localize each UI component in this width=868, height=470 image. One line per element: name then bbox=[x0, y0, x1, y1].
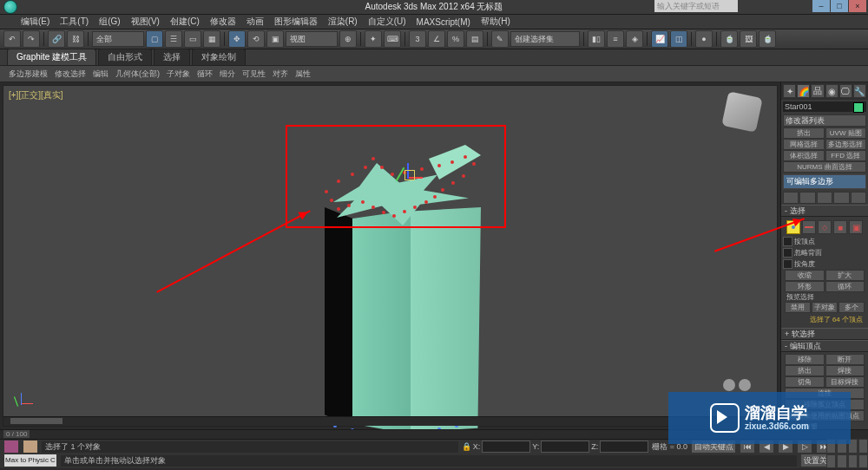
chamfer-button[interactable]: 切角 bbox=[785, 376, 825, 388]
extrude-button[interactable]: 挤出 bbox=[785, 365, 825, 376]
menu-group[interactable]: 组(G) bbox=[95, 16, 123, 28]
utilities-tab[interactable]: 🔧 bbox=[853, 84, 866, 98]
target-weld-button[interactable]: 目标焊接 bbox=[825, 376, 865, 388]
grid-lock-icon[interactable]: 🔒 bbox=[462, 442, 471, 451]
viewcube[interactable] bbox=[721, 91, 762, 132]
menu-edit[interactable]: 编辑(E) bbox=[17, 16, 53, 28]
render-frame-button[interactable]: 🖼 bbox=[740, 30, 757, 48]
quick-btn-7[interactable]: NURMS 曲面选择 bbox=[783, 161, 866, 173]
hierarchy-tab[interactable]: 品 bbox=[811, 84, 824, 98]
menu-create[interactable]: 创建(C) bbox=[167, 16, 203, 28]
menu-maxscript[interactable]: MAXScript(M) bbox=[413, 17, 474, 27]
display-tab[interactable]: 🖵 bbox=[839, 84, 852, 98]
by-angle-checkbox[interactable] bbox=[783, 259, 792, 269]
remove-button[interactable]: 移除 bbox=[785, 354, 825, 365]
align-button[interactable]: ≡ bbox=[607, 30, 624, 48]
move-button[interactable]: ✥ bbox=[228, 30, 246, 48]
ribbon-properties[interactable]: 属性 bbox=[293, 69, 312, 80]
grow-button[interactable]: 扩大 bbox=[825, 270, 865, 281]
menu-tools[interactable]: 工具(T) bbox=[56, 16, 92, 28]
modify-tab[interactable]: 🌈 bbox=[797, 84, 810, 98]
menu-graph-editors[interactable]: 图形编辑器 bbox=[271, 16, 321, 28]
keyboard-shortcut-button[interactable]: ⌨ bbox=[384, 30, 401, 48]
subobj-border[interactable]: ◇ bbox=[818, 220, 832, 234]
tab-object-paint[interactable]: 对象绘制 bbox=[192, 49, 246, 65]
y-coord-field[interactable] bbox=[541, 441, 589, 453]
maximize-viewport-button[interactable] bbox=[858, 454, 868, 469]
selection-filter-dropdown[interactable]: 全部 bbox=[92, 31, 144, 47]
orbit-button[interactable] bbox=[848, 454, 858, 469]
quick-btn-6[interactable]: FFD 选择 bbox=[825, 150, 867, 161]
rollout-edit-vertices[interactable]: - 编辑顶点 bbox=[781, 340, 868, 352]
ribbon-geometry[interactable]: 几何体(全部) bbox=[114, 69, 161, 80]
pin-stack-button[interactable] bbox=[783, 192, 799, 204]
preview-off-button[interactable]: 禁用 bbox=[785, 302, 811, 313]
menu-rendering[interactable]: 渲染(R) bbox=[325, 16, 361, 28]
schematic-view-button[interactable]: ◫ bbox=[670, 30, 687, 48]
loop-button[interactable]: 循环 bbox=[825, 281, 865, 292]
undo-button[interactable]: ↶ bbox=[3, 30, 21, 48]
z-coord-field[interactable] bbox=[600, 441, 648, 453]
zoom-extents-all-button[interactable] bbox=[858, 439, 868, 454]
tab-freeform[interactable]: 自由形式 bbox=[98, 49, 152, 65]
quick-btn-5[interactable]: 体积选择 bbox=[783, 150, 825, 161]
scale-button[interactable]: ▣ bbox=[266, 30, 284, 48]
timeline-mode[interactable] bbox=[23, 440, 38, 454]
preview-sub-button[interactable]: 子对象 bbox=[812, 302, 838, 313]
subobj-element[interactable]: ▣ bbox=[849, 220, 863, 234]
named-sel-dropdown[interactable]: 创建选择集 bbox=[510, 31, 580, 47]
rotate-button[interactable]: ⟲ bbox=[247, 30, 265, 48]
edit-named-sel-button[interactable]: ✎ bbox=[491, 30, 509, 48]
select-region-button[interactable]: ▭ bbox=[184, 30, 201, 48]
break-button[interactable]: 断开 bbox=[825, 354, 865, 365]
layer-button[interactable]: ◈ bbox=[626, 30, 643, 48]
redo-button[interactable]: ↷ bbox=[23, 30, 40, 48]
render-setup-button[interactable]: 🍵 bbox=[720, 30, 738, 48]
unlink-button[interactable]: ⛓ bbox=[67, 30, 84, 48]
ribbon-visibility[interactable]: 可见性 bbox=[240, 69, 267, 80]
link-button[interactable]: 🔗 bbox=[48, 30, 65, 48]
configure-sets-button[interactable] bbox=[851, 192, 866, 204]
stack-item-editpoly[interactable]: 可编辑多边形 bbox=[784, 175, 865, 188]
quick-btn-4[interactable]: 多边形选择 bbox=[825, 139, 867, 150]
ribbon-modify-sel[interactable]: 修改选择 bbox=[53, 69, 88, 80]
spinner-snap-button[interactable]: ▤ bbox=[466, 30, 483, 48]
help-search-input[interactable]: 输入关键字或短语 bbox=[654, 0, 738, 12]
ribbon-align[interactable]: 对齐 bbox=[271, 69, 290, 80]
ribbon-subobj[interactable]: 子对象 bbox=[165, 69, 192, 80]
use-pivot-button[interactable]: ⊕ bbox=[339, 30, 357, 48]
make-unique-button[interactable] bbox=[817, 192, 832, 204]
snap-toggle-button[interactable]: 3 bbox=[409, 30, 426, 48]
x-coord-field[interactable] bbox=[482, 441, 530, 453]
tab-selection[interactable]: 选择 bbox=[154, 49, 190, 65]
show-result-button[interactable] bbox=[799, 192, 815, 204]
quick-btn-3[interactable]: 网格选择 bbox=[783, 139, 825, 150]
viewport-label[interactable]: [+][正交][真实] bbox=[9, 89, 63, 101]
quick-btn-1[interactable]: 挤出 bbox=[783, 127, 825, 139]
modifier-list-dropdown[interactable]: 修改器列表 bbox=[783, 114, 866, 127]
render-button[interactable]: 🍵 bbox=[759, 30, 776, 48]
pan-button[interactable] bbox=[837, 454, 846, 469]
minimize-button[interactable]: – bbox=[812, 0, 830, 12]
rollout-soft-selection[interactable]: + 软选择 bbox=[781, 328, 868, 340]
select-by-name-button[interactable]: ☰ bbox=[165, 30, 182, 48]
manipulate-button[interactable]: ✦ bbox=[365, 30, 382, 48]
remove-mod-button[interactable] bbox=[833, 192, 849, 204]
ring-button[interactable]: 环形 bbox=[785, 281, 825, 292]
viewport-scrollbar[interactable] bbox=[3, 416, 777, 426]
motion-tab[interactable]: ◉ bbox=[825, 84, 838, 98]
viewport[interactable]: [+][正交][真实] bbox=[3, 85, 778, 427]
object-color-swatch[interactable] bbox=[853, 102, 864, 113]
menu-animation[interactable]: 动画 bbox=[243, 16, 267, 28]
modifier-stack[interactable]: 可编辑多边形 bbox=[783, 174, 866, 189]
ignore-backfacing-checkbox[interactable] bbox=[783, 248, 792, 258]
create-tab[interactable]: ✦ bbox=[783, 84, 796, 98]
angle-snap-button[interactable]: ∠ bbox=[428, 30, 445, 48]
shrink-button[interactable]: 收缩 bbox=[785, 270, 825, 281]
steering-wheels[interactable] bbox=[723, 379, 751, 391]
window-crossing-button[interactable]: ▦ bbox=[203, 30, 220, 48]
tab-graphite-modeling[interactable]: Graphite 建模工具 bbox=[7, 49, 96, 65]
by-vertex-checkbox[interactable] bbox=[783, 237, 792, 246]
ribbon-poly-modeling[interactable]: 多边形建模 bbox=[7, 69, 49, 80]
weld-button[interactable]: 焊接 bbox=[825, 365, 865, 376]
